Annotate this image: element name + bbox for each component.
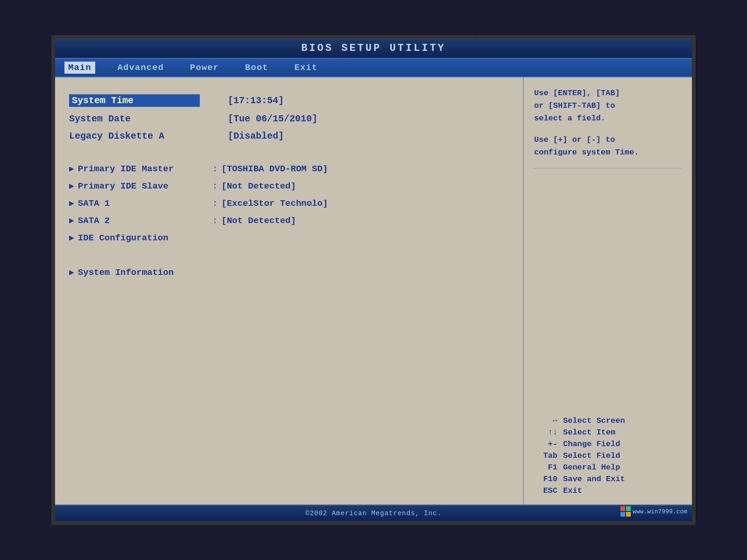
legacy-diskette-row[interactable]: Legacy Diskette A [Disabled] <box>69 128 509 144</box>
primary-ide-master-row[interactable]: ▶ Primary IDE Master : [TOSHIBA DVD-ROM … <box>69 161 509 176</box>
key-symbol-select-field: Tab <box>534 451 557 460</box>
menu-bar: Main Advanced Power Boot Exit <box>55 59 692 77</box>
watermark: www.win7999.com <box>620 506 687 517</box>
key-symbol-select-item: ↑↓ <box>534 428 557 437</box>
arrow-icon-6: ▶ <box>69 267 74 277</box>
colon-2: : <box>212 181 218 191</box>
system-info-label: System Information <box>78 267 209 278</box>
system-date-value: [Tue 06/15/2010] <box>228 113 317 124</box>
system-date-row[interactable]: System Date [Tue 06/15/2010] <box>69 111 509 127</box>
key-symbol-change-field: +- <box>534 440 557 448</box>
arrow-icon-2: ▶ <box>69 181 74 191</box>
watermark-url: www.win7999.com <box>633 508 687 515</box>
colon-4: : <box>212 216 218 226</box>
system-time-value: [17:13:54] <box>228 95 284 106</box>
sata2-label: SATA 2 <box>78 216 209 226</box>
sata1-row[interactable]: ▶ SATA 1 : [ExcelStor Technolo] <box>69 196 509 211</box>
colon-1: : <box>212 164 218 174</box>
help-text-3: select a field. <box>534 112 682 125</box>
menu-item-main[interactable]: Main <box>64 62 95 74</box>
system-info-row[interactable]: ▶ System Information <box>69 267 509 278</box>
key-select-field: Tab Select Field <box>534 451 682 460</box>
key-change-field: +- Change Field <box>534 440 682 448</box>
help-text-1: Use [ENTER], [TAB] <box>534 87 682 99</box>
menu-item-advanced[interactable]: Advanced <box>114 62 168 74</box>
settings-section: System Time [17:13:54] System Date [Tue … <box>69 91 509 144</box>
system-date-label: System Date <box>69 113 200 124</box>
arrow-icon-3: ▶ <box>69 198 74 208</box>
key-general-help: F1 General Help <box>534 463 682 472</box>
key-desc-select-item: Select Item <box>563 428 615 437</box>
sata2-value: [Not Detected] <box>221 216 296 226</box>
key-save-exit: F10 Save and Exit <box>534 475 682 483</box>
key-select-item: ↑↓ Select Item <box>534 428 682 437</box>
bottom-bar: ©2002 American Megatrends, Inc. <box>55 504 692 521</box>
key-symbol-general-help: F1 <box>534 463 557 472</box>
primary-ide-master-label: Primary IDE Master <box>78 164 209 174</box>
key-desc-esc: Exit <box>563 486 582 495</box>
help-text-5: Use [+] or [-] to <box>534 133 682 146</box>
key-symbol-select-screen: ↔ <box>534 416 557 425</box>
primary-ide-slave-row[interactable]: ▶ Primary IDE Slave : [Not Detected] <box>69 178 509 194</box>
key-desc-select-field: Select Field <box>563 451 620 460</box>
left-panel: System Time [17:13:54] System Date [Tue … <box>55 77 524 504</box>
primary-ide-slave-label: Primary IDE Slave <box>78 181 209 191</box>
sata2-row[interactable]: ▶ SATA 2 : [Not Detected] <box>69 213 509 228</box>
bios-title: BIOS SETUP UTILITY <box>301 42 446 54</box>
wm-square-green <box>626 506 631 511</box>
menu-item-boot[interactable]: Boot <box>241 62 272 74</box>
primary-ide-master-value: [TOSHIBA DVD-ROM SD] <box>221 164 328 174</box>
system-time-row[interactable]: System Time [17:13:54] <box>69 91 509 110</box>
help-text-6: configure system Time. <box>534 146 682 159</box>
copyright-text: ©2002 American Megatrends, Inc. <box>305 510 441 517</box>
wm-square-yellow <box>626 512 631 517</box>
system-time-label: System Time <box>69 94 200 107</box>
key-symbol-save-exit: F10 <box>534 475 557 483</box>
key-esc: ESC Exit <box>534 486 682 495</box>
key-select-screen: ↔ Select Screen <box>534 416 682 425</box>
wm-square-red <box>620 506 625 511</box>
ide-config-row[interactable]: ▶ IDE Configuration <box>69 230 509 245</box>
right-panel: Use [ENTER], [TAB] or [SHIFT-TAB] to sel… <box>524 77 692 504</box>
key-symbol-esc: ESC <box>534 486 557 495</box>
arrow-icon-4: ▶ <box>69 215 74 225</box>
menu-item-power[interactable]: Power <box>186 62 223 74</box>
key-desc-change-field: Change Field <box>563 440 620 448</box>
main-content: System Time [17:13:54] System Date [Tue … <box>55 77 692 504</box>
sata1-label: SATA 1 <box>78 198 209 209</box>
watermark-logo <box>620 506 631 517</box>
title-bar: BIOS SETUP UTILITY <box>55 39 692 59</box>
key-desc-save-exit: Save and Exit <box>563 475 625 483</box>
sub-items-section: ▶ Primary IDE Master : [TOSHIBA DVD-ROM … <box>69 161 509 245</box>
keys-section: ↔ Select Screen ↑↓ Select Item +- Change… <box>534 407 682 495</box>
primary-ide-slave-value: [Not Detected] <box>221 181 296 191</box>
colon-3: : <box>212 198 218 209</box>
key-desc-select-screen: Select Screen <box>563 416 625 425</box>
help-text-2: or [SHIFT-TAB] to <box>534 99 682 112</box>
key-desc-general-help: General Help <box>563 463 620 472</box>
bios-screen: BIOS SETUP UTILITY Main Advanced Power B… <box>51 35 696 525</box>
help-section: Use [ENTER], [TAB] or [SHIFT-TAB] to sel… <box>534 87 682 168</box>
legacy-diskette-value: [Disabled] <box>228 131 284 141</box>
arrow-icon-1: ▶ <box>69 163 74 174</box>
menu-item-exit[interactable]: Exit <box>290 62 321 74</box>
wm-square-blue <box>620 512 625 517</box>
legacy-diskette-label: Legacy Diskette A <box>69 131 200 141</box>
arrow-icon-5: ▶ <box>69 232 74 243</box>
ide-config-label: IDE Configuration <box>78 233 209 243</box>
sata1-value: [ExcelStor Technolo] <box>221 198 328 209</box>
